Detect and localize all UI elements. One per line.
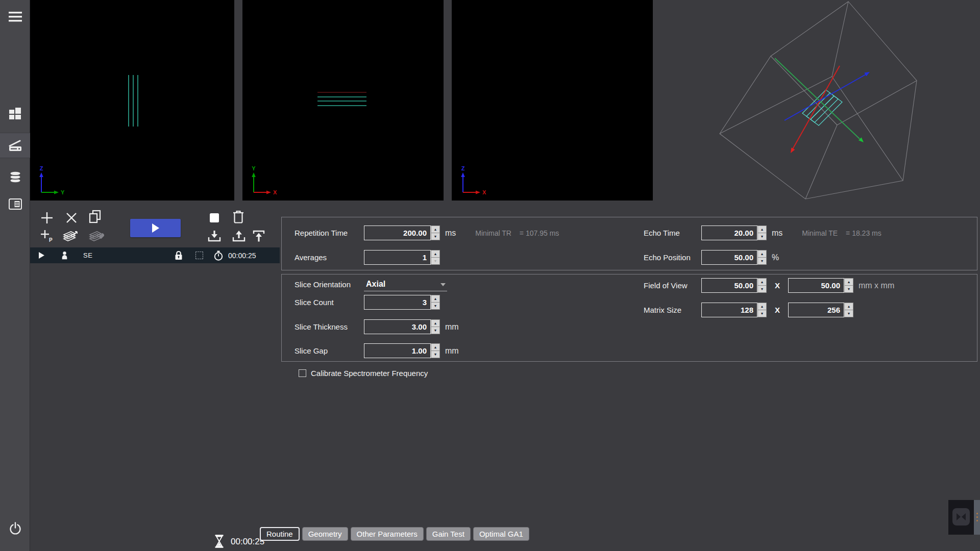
echo-position-input[interactable] <box>701 250 757 265</box>
axes-indicator-zx: Z X <box>455 165 498 198</box>
echo-time-unit: ms <box>772 229 782 238</box>
slice-thickness-unit: mm <box>445 322 459 332</box>
tab-optimal-ga1[interactable]: Optimal GA1 <box>473 527 529 541</box>
menu-icon[interactable] <box>0 4 30 30</box>
axis-arrow-red <box>791 66 840 153</box>
averages-label: Averages <box>295 253 364 262</box>
copy-icon[interactable] <box>86 208 104 226</box>
echo-time-label: Echo Time <box>644 229 701 237</box>
averages-stepper[interactable]: ▲▼ <box>431 250 440 265</box>
upload-icon[interactable] <box>230 228 248 245</box>
widget-handle[interactable] <box>974 500 980 535</box>
svg-text:P: P <box>49 237 53 243</box>
slice-gap-input[interactable] <box>364 343 431 358</box>
power-icon[interactable] <box>0 516 30 541</box>
slice-count-row: Slice Count ▲▼ <box>295 295 440 310</box>
database-icon[interactable] <box>0 164 30 190</box>
fov-x-input[interactable] <box>701 278 757 293</box>
slice-orientation-row: Slice Orientation Axial <box>295 277 447 292</box>
sequence-play-icon[interactable] <box>39 247 44 263</box>
sequence-duration: 00:00:25 <box>228 247 256 263</box>
tab-other-parameters[interactable]: Other Parameters <box>351 527 424 541</box>
stop-icon[interactable] <box>206 209 223 227</box>
repetition-time-unit: ms <box>445 229 456 238</box>
svg-text:X: X <box>273 189 277 195</box>
repetition-time-input[interactable] <box>364 226 431 240</box>
fov-separator: X <box>775 281 780 290</box>
person-icon <box>62 247 67 263</box>
sidebar <box>0 0 30 551</box>
dashboard-icon[interactable] <box>0 101 30 127</box>
svg-text:X: X <box>482 189 486 195</box>
fov-x-stepper[interactable]: ▲▼ <box>757 278 767 293</box>
svg-text:Z: Z <box>40 165 43 171</box>
matrix-size-row: Matrix Size ▲▼ X ▲▼ <box>644 303 853 317</box>
timing-panel: Repetition Time ▲▼ ms Minimal TR= 107.95… <box>281 217 977 270</box>
selection-region-icon[interactable] <box>195 247 203 263</box>
echo-time-input[interactable] <box>701 226 757 240</box>
chevron-down-icon <box>440 283 446 286</box>
download-icon[interactable] <box>206 228 223 245</box>
slice-viewport-zy[interactable]: Z Y <box>30 0 234 201</box>
averages-input[interactable] <box>364 250 431 265</box>
checkbox-unchecked[interactable] <box>299 369 306 377</box>
field-of-view-label: Field of View <box>644 281 701 290</box>
sequence-name: SE <box>83 247 92 263</box>
repetition-time-row: Repetition Time ▲▼ ms Minimal TR= 107.95… <box>295 226 559 240</box>
slice-gap-unit: mm <box>445 346 459 356</box>
support-chat-icon[interactable] <box>952 508 970 525</box>
mri-console-app: Z Y Y X Z X <box>0 0 980 551</box>
svg-text:Z: Z <box>461 165 465 171</box>
parameter-tabs: Routine Geometry Other Parameters Gain T… <box>260 527 529 541</box>
tab-geometry[interactable]: Geometry <box>302 527 348 541</box>
lock-icon[interactable] <box>175 247 183 263</box>
slice-viewport-yx[interactable]: Y X <box>242 0 444 201</box>
geometry-panel: Slice Orientation Axial Slice Count ▲▼ S… <box>281 274 977 362</box>
slice-count-label: Slice Count <box>295 298 364 307</box>
minimal-te-hint: Minimal TE= 18.23 ms <box>802 229 881 237</box>
geometry-3d-view[interactable] <box>653 0 980 204</box>
hourglass-icon <box>214 535 224 550</box>
slice-orientation-select[interactable]: Axial <box>364 278 447 291</box>
repetition-time-stepper[interactable]: ▲▼ <box>431 226 440 240</box>
slice-gap-label: Slice Gap <box>295 346 364 355</box>
layers-run-icon[interactable] <box>62 228 79 245</box>
slice-thickness-input[interactable] <box>364 319 431 334</box>
matrix-y-input[interactable] <box>788 303 844 317</box>
run-sequence-button[interactable] <box>130 219 181 237</box>
slice-viewport-zx[interactable]: Z X <box>452 0 653 201</box>
matrix-x-stepper[interactable]: ▲▼ <box>757 303 767 317</box>
fov-y-stepper[interactable]: ▲▼ <box>844 278 853 293</box>
slice-thickness-stepper[interactable]: ▲▼ <box>431 319 440 334</box>
trash-icon[interactable] <box>230 208 247 226</box>
matrix-x-input[interactable] <box>701 303 757 317</box>
axes-indicator-yx: Y X <box>246 165 288 198</box>
upload-top-icon[interactable] <box>250 228 267 245</box>
layers-edit-icon-disabled <box>88 228 105 245</box>
delete-icon[interactable] <box>63 209 80 227</box>
tab-routine[interactable]: Routine <box>260 527 300 541</box>
news-card-icon[interactable] <box>0 191 30 217</box>
add-protocol-icon[interactable]: P <box>38 228 56 245</box>
slice-thickness-row: Slice Thickness ▲▼ mm <box>295 319 459 334</box>
axes-indicator-zy: Z Y <box>33 165 76 198</box>
slice-gap-stepper[interactable]: ▲▼ <box>431 343 440 358</box>
stopwatch-icon <box>214 247 223 263</box>
echo-time-stepper[interactable]: ▲▼ <box>757 226 767 240</box>
matrix-y-stepper[interactable]: ▲▼ <box>844 303 853 317</box>
support-widget <box>948 500 980 535</box>
scanner-icon[interactable] <box>0 133 30 158</box>
matrix-size-label: Matrix Size <box>644 306 701 314</box>
slice-count-stepper[interactable]: ▲▼ <box>431 295 440 310</box>
slice-orientation-value: Axial <box>364 280 385 289</box>
repetition-time-label: Repetition Time <box>295 229 364 237</box>
fov-unit: mm x mm <box>859 281 894 290</box>
add-icon[interactable] <box>38 209 56 227</box>
calibrate-frequency-checkbox-row[interactable]: Calibrate Spectrometer Frequency <box>299 369 428 378</box>
echo-position-unit: % <box>772 253 779 262</box>
fov-y-input[interactable] <box>788 278 844 293</box>
echo-position-stepper[interactable]: ▲▼ <box>757 250 767 265</box>
slice-count-input[interactable] <box>364 295 431 310</box>
tab-gain-test[interactable]: Gain Test <box>426 527 471 541</box>
sequence-list-item[interactable]: SE 00:00:25 <box>30 247 280 263</box>
